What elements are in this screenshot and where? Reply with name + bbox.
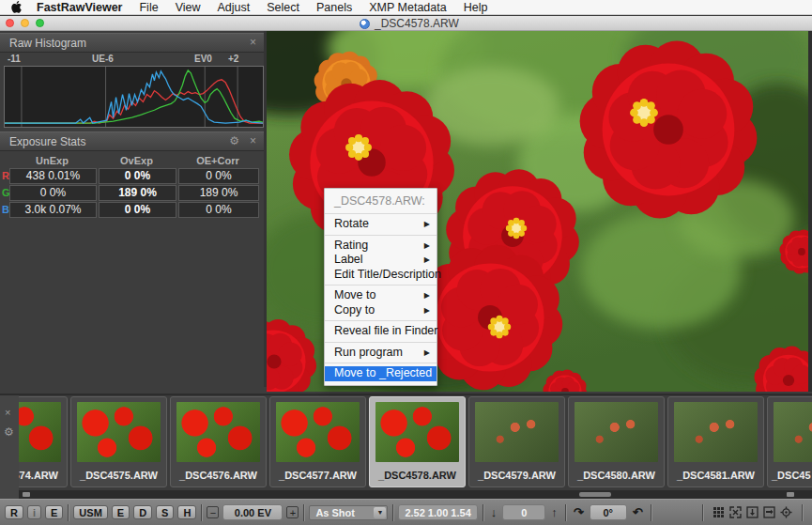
ev-minus-button[interactable]: − [207, 506, 219, 518]
menu-xmp-metadata[interactable]: XMP Metadata [369, 1, 446, 14]
thumbnail-filename: _DSC4575.ARW [71, 470, 166, 481]
context-menu-item-move-to-rejected[interactable]: Move to _Rejected [325, 366, 437, 381]
window-titlebar[interactable]: _DSC4578.ARW [0, 16, 812, 31]
toolbar-button-usm[interactable]: USM [73, 505, 107, 519]
transfer-icon[interactable] [763, 506, 775, 518]
raw-histogram-panel-header: Raw Histogram × [0, 33, 264, 53]
thumbnail-image[interactable] [475, 402, 559, 462]
stats-row-r: R438 0.01%0 0%0 0% [0, 168, 264, 184]
filmstrip-thumbnail[interactable]: _DSC4576.ARW [170, 396, 267, 487]
gear-icon[interactable]: ⚙ [4, 425, 14, 439]
toolbar-button-s[interactable]: S [156, 505, 174, 519]
filmstrip-thumbnail[interactable]: _DSC4579.ARW [468, 396, 565, 487]
rotate-cw-button[interactable]: ↷ [574, 506, 584, 518]
ev-value[interactable]: 0.00 EV [222, 504, 283, 520]
context-menu-item-edit-title-description[interactable]: Edit Title/Description [325, 268, 437, 283]
menu-panels[interactable]: Panels [316, 1, 352, 14]
download-icon[interactable] [746, 506, 758, 518]
zoom-window-button[interactable] [36, 19, 44, 27]
thumbnail-filename: _DSC4581.ARW [668, 470, 763, 481]
close-icon[interactable]: × [250, 36, 256, 49]
context-menu-item-rotate[interactable]: Rotate▶ [325, 217, 437, 232]
rating-up-button[interactable]: ↑ [551, 506, 558, 518]
thumbnail-image[interactable] [77, 402, 161, 462]
toolbar-separator [802, 504, 803, 521]
thumbnail-image[interactable] [176, 402, 260, 462]
close-window-button[interactable] [6, 19, 14, 27]
menu-view[interactable]: View [176, 1, 201, 14]
scrollbar-left-cap[interactable] [23, 492, 30, 497]
filmstrip-thumbnail[interactable]: _DSC4574.ARW [19, 396, 68, 487]
filmstrip-thumbnail[interactable]: _DSC4580.ARW [568, 396, 665, 487]
toolbar-separator [651, 504, 651, 521]
menu-file[interactable]: File [139, 1, 158, 14]
thumbnail-filename: _DSC4577.ARW [270, 470, 365, 481]
close-icon[interactable]: × [250, 134, 256, 147]
toolbar-separator [483, 504, 483, 521]
rotate-ccw-button[interactable]: ↶ [633, 506, 643, 518]
stats-column-header: UnExp [9, 155, 95, 166]
photo-edge [808, 31, 812, 392]
thumbnail-filename: _DSC4579.ARW [469, 470, 564, 481]
menu-help[interactable]: Help [464, 1, 488, 14]
window-title-group: _DSC4578.ARW [360, 17, 459, 30]
toolbar-button-i[interactable]: i [27, 505, 41, 519]
toolbar-button-d[interactable]: D [133, 505, 152, 519]
thumbnail-image[interactable] [774, 402, 812, 462]
minimize-window-button[interactable] [21, 19, 29, 27]
ev-plus-button[interactable]: + [286, 506, 299, 518]
filmstrip-thumbnail[interactable]: _DSC4581.ARW [667, 396, 764, 487]
menu-select[interactable]: Select [267, 1, 299, 14]
histogram-scale-label: -11 [8, 54, 21, 64]
dropdown-arrow-icon[interactable]: ▼ [374, 507, 386, 518]
white-balance-value: As Shot [315, 507, 355, 518]
toolbar-button-r[interactable]: R [5, 505, 23, 519]
histogram-scale: -11UE-6EV0+2 [0, 54, 264, 66]
filmstrip-thumbnail[interactable]: _DSC45 [767, 396, 812, 487]
toolbar-button-e[interactable]: E [45, 505, 63, 519]
white-balance-select[interactable]: As Shot ▼ [309, 505, 388, 520]
submenu-arrow-icon: ▶ [424, 346, 430, 361]
toolbar-separator [392, 504, 393, 521]
context-menu-item-copy-to[interactable]: Copy to▶ [325, 303, 437, 318]
context-menu-item-move-to[interactable]: Move to▶ [325, 288, 437, 303]
thumbnail-image[interactable] [575, 402, 658, 462]
context-menu-item-run-program[interactable]: Run program▶ [325, 346, 437, 361]
thumbnail-image[interactable] [375, 402, 459, 462]
thumbnail-image[interactable] [276, 402, 360, 462]
raw-histogram-plot [4, 66, 264, 128]
red-flower [580, 41, 758, 219]
context-menu-item-reveal-file-in-finder[interactable]: Reveal file in Finder [325, 324, 437, 339]
toolbar-button-h[interactable]: H [177, 505, 196, 519]
menu-adjust[interactable]: Adjust [218, 1, 251, 14]
menu-fastrawviewer[interactable]: FastRawViewer [37, 1, 122, 14]
filmstrip-scrollbar[interactable] [19, 490, 812, 499]
toolbar-button-e[interactable]: E [112, 505, 130, 519]
rating-value: 0 [502, 504, 545, 520]
settings-icon[interactable] [780, 506, 792, 518]
stats-cell: 0 0% [178, 202, 259, 218]
scrollbar-thumb[interactable] [579, 492, 611, 497]
close-icon[interactable]: × [5, 407, 10, 418]
filmstrip-thumbnail[interactable]: _DSC4578.ARW [369, 396, 466, 487]
rating-down-button[interactable]: ↓ [491, 506, 498, 518]
gear-icon[interactable]: ⚙ [229, 134, 239, 147]
filmstrip-thumbnail[interactable]: _DSC4575.ARW [70, 396, 167, 487]
thumbnail-image[interactable] [19, 402, 61, 462]
bottom-toolbar: RiE USMEDSH − 0.00 EV + As Shot ▼ 2.52 1… [0, 499, 812, 525]
stats-column-header: OE+Corr [178, 155, 257, 166]
apple-menu[interactable] [11, 1, 22, 13]
thumbnail-filename: _DSC4578.ARW [370, 470, 465, 481]
context-menu: _DSC4578.ARW: Rotate▶Rating▶Label▶Edit T… [324, 188, 437, 386]
fit-screen-icon[interactable] [729, 506, 742, 518]
filmstrip-thumbnail[interactable]: _DSC4577.ARW [269, 396, 366, 487]
wb-coefficients: 2.52 1.00 1.54 [398, 504, 477, 520]
menu-divider [325, 235, 437, 236]
exposure-stats-title: Exposure Stats [9, 135, 85, 148]
scrollbar-right-cap[interactable] [787, 492, 794, 497]
grid-icon[interactable] [712, 506, 725, 518]
thumbnail-image[interactable] [674, 402, 758, 462]
context-menu-item-label[interactable]: Label▶ [325, 253, 437, 268]
context-menu-item-rating[interactable]: Rating▶ [325, 239, 437, 254]
file-proxy-icon [360, 19, 370, 29]
